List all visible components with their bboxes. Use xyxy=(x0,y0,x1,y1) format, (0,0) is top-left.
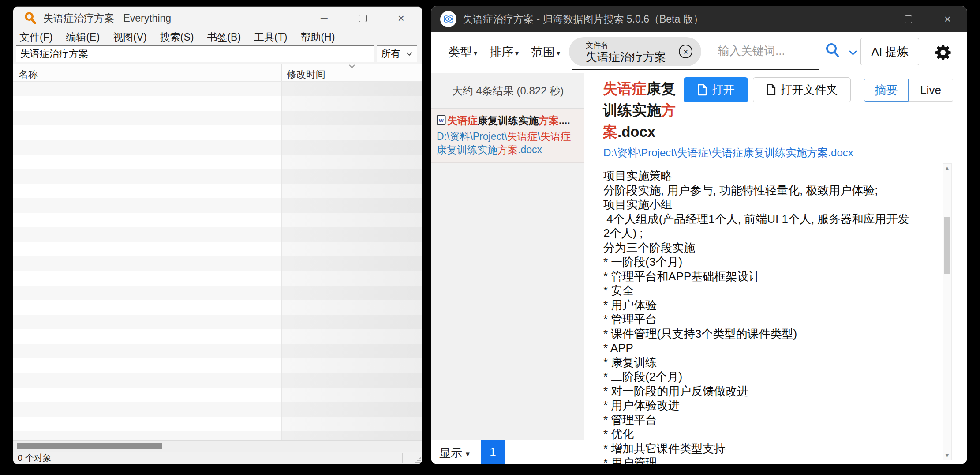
open-button[interactable]: 打开 xyxy=(684,77,748,102)
scroll-down-icon[interactable]: ▼ xyxy=(943,452,951,459)
open-folder-button[interactable]: 打开文件夹 xyxy=(753,77,851,102)
result-title-part: .... xyxy=(559,115,570,126)
search-icon[interactable] xyxy=(824,41,842,61)
result-list-empty[interactable] xyxy=(13,82,422,440)
status-text: 0 个对象 xyxy=(18,452,52,464)
triangle-down-icon: ▾ xyxy=(474,49,477,57)
maximize-icon[interactable] xyxy=(905,15,912,23)
everything-window: 失语症治疗方案 - Everything ─ × 文件(F)编辑(E)视图(V)… xyxy=(13,6,422,464)
mtime-column-area xyxy=(281,82,422,440)
search-row: 所有 xyxy=(13,45,422,64)
preview-line: 4个人组成(产品经理1个人, 前端UI 1个人, 服务器和应用开发 xyxy=(603,212,934,226)
window-body: 大约 4条结果 (0.822 秒) w 失语症康复训练实施方案.... D:\资… xyxy=(431,73,967,464)
list-header: 名称 修改时间 xyxy=(13,64,422,82)
result-path-part: 康复训练实施 xyxy=(437,144,497,155)
minimize-icon[interactable]: ─ xyxy=(865,14,872,24)
input-underline xyxy=(572,69,819,70)
results-summary: 大约 4条结果 (0.822 秒) xyxy=(431,73,584,109)
resize-grip[interactable] xyxy=(415,457,421,463)
preview-line: * 用户管理 xyxy=(603,456,934,464)
status-separator xyxy=(402,453,403,463)
result-item-path: D:\资料\Project\失语症\失语症康复训练实施方案.docx xyxy=(437,130,579,156)
result-title-part: 方案 xyxy=(539,115,559,126)
menu-item[interactable]: 编辑(E) xyxy=(66,30,100,44)
tab-live[interactable]: Live xyxy=(909,79,953,102)
tab-summary[interactable]: 摘要 xyxy=(864,79,909,102)
document-icon xyxy=(766,84,776,96)
guihai-titlebar[interactable]: 失语症治疗方案 - 归海数据图片搜索 5.0.6（Beta 版） ─ × xyxy=(431,6,967,32)
preview-line: * 康复训练 xyxy=(603,355,934,370)
status-bar: 0 个对象 xyxy=(13,452,422,464)
horizontal-scrollbar-thumb[interactable] xyxy=(17,443,162,449)
preview-line: * 课件管理(只支持3个类型的课件类型) xyxy=(603,327,934,341)
menu-bar: 文件(F)编辑(E)视图(V)搜索(S)书签(B)工具(T)帮助(H) xyxy=(13,30,422,45)
menu-item[interactable]: 工具(T) xyxy=(254,30,287,44)
filter-dropdown-value: 所有 xyxy=(381,47,400,60)
document-title: 失语症康复训练实施方案.docx xyxy=(603,78,688,143)
preview-line: * 用户体验 xyxy=(603,298,934,313)
preview-line: 项目实施策略 xyxy=(603,169,934,183)
triangle-down-icon: ▼ xyxy=(464,450,471,458)
show-dropdown[interactable]: 显示 ▼ xyxy=(439,445,471,461)
filter-dropdown[interactable]: 范围▾ xyxy=(531,44,560,60)
search-toolbar: 类型▾排序▾范围▾ 文件名 失语症治疗方案 × AI 提炼 xyxy=(431,32,967,73)
view-tabs: 摘要 Live xyxy=(864,79,953,102)
preview-line: * 一阶段(3个月) xyxy=(603,255,934,269)
horizontal-scrollbar[interactable] xyxy=(13,440,422,452)
guihai-window-title: 失语症治疗方案 - 归海数据图片搜索 5.0.6（Beta 版） xyxy=(463,12,703,26)
sort-indicator-icon xyxy=(281,63,422,71)
close-icon[interactable]: × xyxy=(944,13,951,25)
guihai-search-window: 失语症治疗方案 - 归海数据图片搜索 5.0.6（Beta 版） ─ × 类型▾… xyxy=(431,6,967,464)
menu-item[interactable]: 帮助(H) xyxy=(300,30,335,44)
document-path-link[interactable]: D:\资料\Project\失语症\失语症康复训练实施方案.docx xyxy=(603,146,853,160)
minimize-icon[interactable]: ─ xyxy=(321,13,328,23)
result-path-part: .docx xyxy=(518,144,542,155)
ai-refine-button[interactable]: AI 提炼 xyxy=(860,38,919,65)
maximize-icon[interactable] xyxy=(359,15,367,22)
desktop: 失语症治疗方案 - Everything ─ × 文件(F)编辑(E)视图(V)… xyxy=(0,0,980,475)
triangle-down-icon: ▾ xyxy=(515,49,519,57)
column-header-name[interactable]: 名称 xyxy=(19,68,38,81)
guihai-app-icon xyxy=(440,11,456,27)
menu-item[interactable]: 视图(V) xyxy=(113,30,147,44)
result-title-part: 失语症 xyxy=(447,115,478,126)
open-folder-button-label: 打开文件夹 xyxy=(781,82,838,98)
close-icon[interactable]: × xyxy=(398,12,404,24)
menu-item[interactable]: 书签(B) xyxy=(207,30,241,44)
preview-line: 分阶段实施, 用户参与, 功能特性轻量化, 极致用户体验; xyxy=(603,183,934,198)
clear-icon[interactable]: × xyxy=(679,45,692,58)
preview-line: * 管理平台和APP基础框架设计 xyxy=(603,269,934,284)
filename-field-value: 失语症治疗方案 xyxy=(586,49,666,65)
filter-dropdown[interactable]: 类型▾ xyxy=(448,44,477,60)
results-panel: 大约 4条结果 (0.822 秒) w 失语症康复训练实施方案.... D:\资… xyxy=(431,73,584,440)
detail-pane: 失语症康复训练实施方案.docx 打开 打开文件夹 摘要 xyxy=(584,73,967,464)
search-options-chevron-icon[interactable] xyxy=(849,49,857,57)
result-item[interactable]: w 失语症康复训练实施方案.... D:\资料\Project\失语症\失语症康… xyxy=(431,109,584,163)
preview-line: * 安全 xyxy=(603,283,934,298)
menu-item[interactable]: 搜索(S) xyxy=(160,30,194,44)
document-title-part: .docx xyxy=(617,124,655,140)
gear-icon[interactable] xyxy=(934,43,953,64)
vertical-scrollbar[interactable]: ▲ ▼ xyxy=(943,163,952,460)
search-input[interactable] xyxy=(16,45,374,62)
everything-titlebar[interactable]: 失语症治疗方案 - Everything ─ × xyxy=(13,7,422,30)
keyword-input[interactable] xyxy=(718,44,815,58)
document-title-part: 失语症 xyxy=(603,80,647,97)
document-preview-text: 项目实施策略分阶段实施, 用户参与, 功能特性轻量化, 极致用户体验;项目实施小… xyxy=(603,169,934,464)
open-button-label: 打开 xyxy=(712,82,735,98)
chevron-down-icon xyxy=(406,52,413,56)
vertical-scrollbar-thumb[interactable] xyxy=(944,217,950,274)
filename-field[interactable]: 文件名 失语症治疗方案 × xyxy=(569,37,701,66)
show-dropdown-label: 显示 xyxy=(439,445,462,461)
document-icon xyxy=(697,84,707,96)
filename-field-label: 文件名 xyxy=(586,40,608,50)
scroll-up-icon[interactable]: ▲ xyxy=(943,165,951,171)
page-1-button[interactable]: 1 xyxy=(481,440,505,464)
preview-line: * 优化 xyxy=(603,427,934,441)
menu-item[interactable]: 文件(F) xyxy=(19,30,52,44)
filter-dropdown[interactable]: 排序▾ xyxy=(490,44,519,60)
preview-line: * APP xyxy=(603,341,934,355)
result-path-part: D:\资料\Project\ xyxy=(437,131,507,142)
preview-line: * 管理平台 xyxy=(603,312,934,327)
filter-dropdown[interactable]: 所有 xyxy=(377,45,417,62)
